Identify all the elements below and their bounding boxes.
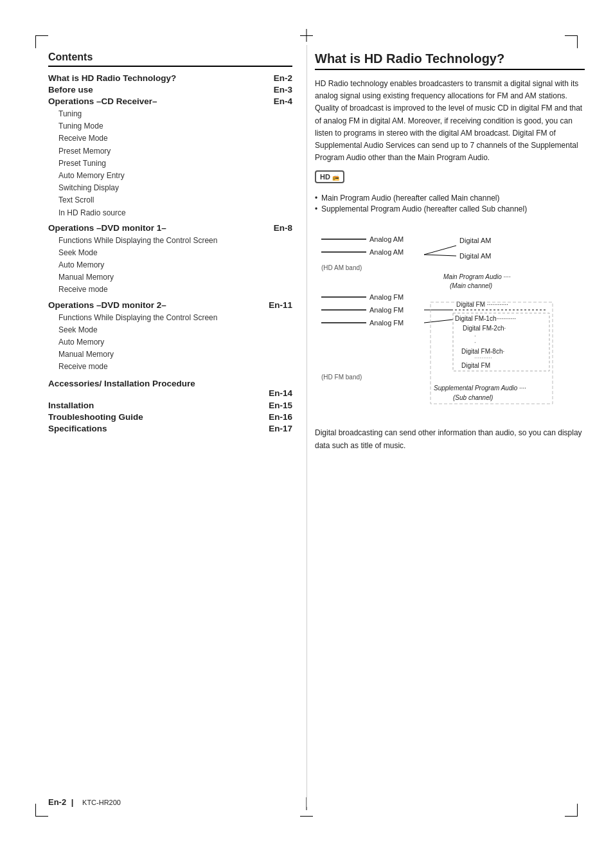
footer: En-2 | KTC-HR200 — [48, 797, 121, 807]
toc-item-specifications: Specifications En-17 — [48, 424, 292, 433]
toc-item-before-use: Before use En-3 — [48, 85, 292, 95]
svg-text:Digital AM: Digital AM — [459, 237, 492, 244]
toc-label-dvd1: Operations –DVD monitor 1– — [48, 223, 166, 233]
toc-item-dvd1: Operations –DVD monitor 1– En-8 — [48, 223, 292, 233]
footer-model: KTC-HR200 — [82, 799, 121, 806]
toc-sub-switching-display: Switching Display — [58, 182, 292, 194]
svg-text:Main Program Audio ····: Main Program Audio ···· — [443, 273, 511, 280]
toc-page-hd-radio: En-2 — [274, 73, 292, 83]
toc-accessories-page-row: En-14 — [48, 388, 292, 398]
svg-text:Analog FM: Analog FM — [369, 293, 404, 301]
hd-radio-diagram: Analog AM Analog AM Digital AM Digital A… — [315, 220, 585, 427]
toc-label-before-use: Before use — [48, 85, 93, 95]
toc-page-cd-receiver: En-4 — [274, 96, 292, 106]
toc-dvd1-subitems: Functions While Displaying the Control S… — [58, 235, 292, 296]
bullet-item-supplemental: Supplemental Program Audio (hereafter ca… — [315, 204, 585, 213]
toc-label-specifications: Specifications — [48, 424, 107, 433]
contents-column: Contents What is HD Radio Technology? En… — [48, 51, 292, 435]
svg-text:Digital FM-1ch···········: Digital FM-1ch··········· — [455, 315, 516, 322]
toc-page-dvd1: En-8 — [274, 223, 292, 233]
toc-sub-receive-mode: Receive Mode — [58, 132, 292, 145]
toc-sub-text-scroll: Text Scroll — [58, 194, 292, 206]
toc-label-accessories: Accessories/ Installation Procedure — [48, 379, 195, 388]
hd-radio-paragraph2: Digital broadcasting can send other info… — [315, 427, 585, 451]
hd-icon-text: HD — [320, 173, 330, 181]
toc-dvd2-sub-2: Auto Memory — [58, 336, 292, 348]
toc-dvd1-sub-0: Functions While Displaying the Control S… — [58, 235, 292, 247]
toc-dvd2-sub-1: Seek Mode — [58, 324, 292, 336]
toc-dvd2-sub-4: Receive mode — [58, 361, 292, 373]
hd-radio-paragraph1: HD Radio technology enables broadcasters… — [315, 78, 585, 164]
hd-icon-container: HD 📻 — [315, 170, 585, 188]
svg-text:Analog AM: Analog AM — [369, 248, 404, 256]
diagram-svg: Analog AM Analog AM Digital AM Digital A… — [315, 220, 565, 426]
toc-page-accessories: En-14 — [269, 388, 292, 398]
toc-dvd1-sub-4: Receive mode — [58, 284, 292, 296]
toc-item-installation: Installation En-15 — [48, 401, 292, 410]
toc-label-hd-radio: What is HD Radio Technology? — [48, 73, 176, 83]
toc-label-cd-receiver: Operations –CD Receiver– — [48, 96, 157, 106]
hd-radio-column: What is HD Radio Technology? HD Radio te… — [315, 51, 585, 458]
toc-cd-subitems: Tuning Tuning Mode Receive Mode Preset M… — [58, 108, 292, 219]
svg-text:(HD FM band): (HD FM band) — [321, 374, 362, 381]
svg-text:Analog FM: Analog FM — [369, 306, 404, 314]
svg-text:Supplemental Program Audio ···: Supplemental Program Audio ···· — [434, 384, 526, 392]
svg-text:Digital FM-2ch·: Digital FM-2ch· — [463, 325, 506, 332]
toc-sub-in-hd-radio: In HD Radio source — [58, 207, 292, 219]
toc-item-troubleshooting: Troubleshooting Guide En-16 — [48, 412, 292, 422]
svg-text:(HD AM band): (HD AM band) — [321, 264, 362, 271]
svg-text:··········: ·········· — [474, 354, 492, 361]
toc-dvd1-sub-3: Manual Memory — [58, 271, 292, 284]
toc-dvd2-sub-3: Manual Memory — [58, 348, 292, 361]
toc-page-troubleshooting: En-16 — [269, 412, 292, 422]
toc-label-installation: Installation — [48, 401, 94, 410]
svg-text:(Main channel): (Main channel) — [450, 282, 492, 289]
hd-radio-icon: HD 📻 — [315, 170, 344, 183]
bullet-list: Main Program Audio (hereafter called Mai… — [315, 194, 585, 213]
hd-icon-radio-symbol: 📻 — [332, 174, 339, 181]
toc-item-dvd2: Operations –DVD monitor 2– En-11 — [48, 300, 292, 310]
footer-separator: | — [71, 797, 74, 807]
svg-text:·: · — [474, 339, 476, 346]
toc-item-accessories: Accessories/ Installation Procedure — [48, 379, 292, 388]
toc-page-before-use: En-3 — [274, 85, 292, 95]
footer-page-label: En-2 — [48, 797, 66, 807]
toc-label-troubleshooting: Troubleshooting Guide — [48, 412, 143, 422]
contents-title: Contents — [48, 51, 292, 67]
toc-dvd1-sub-1: Seek Mode — [58, 247, 292, 259]
toc-item-hd-radio: What is HD Radio Technology? En-2 — [48, 73, 292, 83]
toc-page-dvd2: En-11 — [269, 300, 292, 310]
svg-text:Analog FM: Analog FM — [369, 319, 404, 327]
bullet-item-main: Main Program Audio (hereafter called Mai… — [315, 194, 585, 203]
toc-item-cd-receiver: Operations –CD Receiver– En-4 — [48, 96, 292, 106]
svg-line-20 — [424, 320, 453, 323]
svg-text:Analog AM: Analog AM — [369, 235, 404, 243]
svg-text:(Sub channel): (Sub channel) — [453, 394, 493, 401]
toc-sub-preset-memory: Preset Memory — [58, 145, 292, 158]
toc-page-installation: En-15 — [269, 401, 292, 410]
svg-line-6 — [424, 255, 456, 256]
toc-label-dvd2: Operations –DVD monitor 2– — [48, 300, 166, 310]
toc-sub-tuning-mode: Tuning Mode — [58, 120, 292, 132]
toc-sub-preset-tuning: Preset Tuning — [58, 158, 292, 170]
svg-text:Digital AM: Digital AM — [459, 252, 492, 260]
toc-page-specifications: En-17 — [269, 424, 292, 433]
svg-line-4 — [424, 246, 456, 255]
hd-radio-title: What is HD Radio Technology? — [315, 51, 585, 70]
toc-dvd2-subitems: Functions While Displaying the Control S… — [58, 312, 292, 374]
toc-sub-tuning: Tuning — [58, 108, 292, 120]
toc-dvd2-sub-0: Functions While Displaying the Control S… — [58, 312, 292, 324]
svg-text:Digital FM: Digital FM — [461, 362, 490, 369]
toc-sub-auto-memory: Auto Memory Entry — [58, 170, 292, 182]
toc-dvd1-sub-2: Auto Memory — [58, 259, 292, 271]
